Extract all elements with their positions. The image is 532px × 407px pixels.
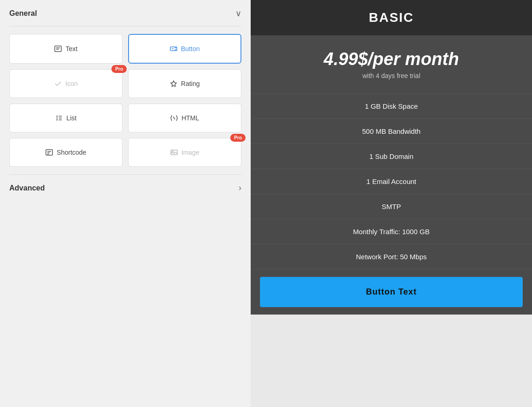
advanced-title: Advanced <box>9 184 45 192</box>
svg-marker-7 <box>171 81 176 86</box>
image-pro-badge: Pro <box>230 134 246 142</box>
feature-bandwidth: 500 MB Bandwidth <box>251 119 532 144</box>
rating-icon <box>170 80 177 87</box>
widget-list[interactable]: List <box>9 104 123 132</box>
pricing-button[interactable]: Button Text <box>260 277 523 307</box>
feature-sub-domain: 1 Sub Domain <box>251 144 532 169</box>
widget-image[interactable]: Pro Image <box>128 138 241 167</box>
icon-pro-badge: Pro <box>111 65 127 73</box>
widgets-grid: Text Button Pro Icon <box>9 26 241 174</box>
feature-email-account: 1 Email Account <box>251 169 532 194</box>
widget-button-label: Button <box>181 45 200 53</box>
left-panel: General ∨ Text <box>0 0 251 407</box>
widget-text[interactable]: Text <box>9 34 123 64</box>
advanced-section-header[interactable]: Advanced › <box>9 174 241 200</box>
html-icon <box>170 114 178 122</box>
feature-network-port: Network Port: 50 Mbps <box>251 244 532 269</box>
button-widget-icon <box>170 45 177 53</box>
svg-rect-0 <box>55 46 61 52</box>
chevron-down-icon: ∨ <box>235 8 241 19</box>
pricing-title: BASIC <box>260 10 523 25</box>
widget-icon-label: Icon <box>65 80 78 87</box>
widget-shortcode[interactable]: Shortcode <box>9 138 123 167</box>
widget-html[interactable]: HTML <box>128 104 241 132</box>
icon-widget-icon <box>54 80 62 87</box>
feature-disk-space: 1 GB Disk Space <box>251 94 532 119</box>
widget-shortcode-label: Shortcode <box>57 149 86 156</box>
widget-text-label: Text <box>65 45 78 53</box>
widget-html-label: HTML <box>182 114 199 122</box>
right-panel: BASIC 4.99$/per month with 4 days free t… <box>251 0 532 407</box>
text-icon <box>54 45 62 53</box>
widget-rating[interactable]: Rating <box>128 69 241 98</box>
widget-list-label: List <box>66 114 77 122</box>
pricing-trial: with 4 days free trial <box>260 72 523 79</box>
svg-line-14 <box>173 117 175 119</box>
widget-image-label: Image <box>182 149 200 156</box>
widget-icon[interactable]: Pro Icon <box>9 69 123 98</box>
pricing-price: 4.99$/per month <box>260 49 523 69</box>
pricing-price-row: 4.99$/per month with 4 days free trial <box>251 35 532 94</box>
svg-rect-15 <box>46 150 52 155</box>
feature-monthly-traffic: Monthly Traffic: 1000 GB <box>251 219 532 244</box>
widget-rating-label: Rating <box>181 80 200 87</box>
general-section-header[interactable]: General ∨ <box>9 0 241 26</box>
pricing-card: BASIC 4.99$/per month with 4 days free t… <box>251 0 532 315</box>
chevron-right-icon: › <box>239 183 241 193</box>
list-icon <box>55 114 63 122</box>
pricing-button-row: Button Text <box>251 269 532 315</box>
image-icon <box>170 149 178 156</box>
general-title: General <box>9 9 37 18</box>
shortcode-icon <box>45 149 53 156</box>
pricing-title-row: BASIC <box>251 0 532 35</box>
feature-smtp: SMTP <box>251 194 532 219</box>
widget-button[interactable]: Button <box>128 34 241 64</box>
